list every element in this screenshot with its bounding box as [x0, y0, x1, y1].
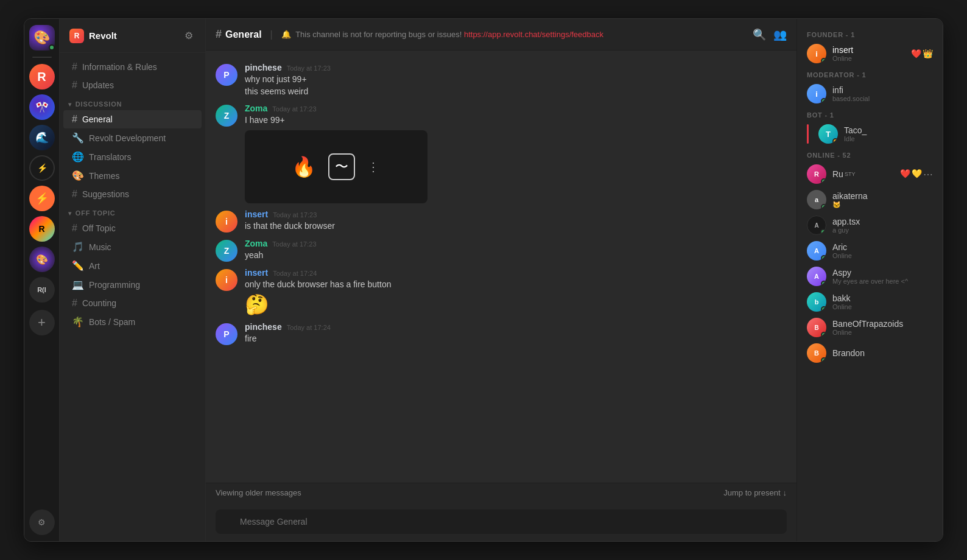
member-insert[interactable]: i insert Online ❤️ 👑	[802, 41, 938, 66]
member-taco[interactable]: T Taco_ Idle	[802, 121, 938, 147]
member-apptsx[interactable]: A app.tsx a guy	[802, 212, 938, 238]
sidebar-header: R Revolt ⚙	[60, 19, 205, 53]
message-content: pinchese Today at 17:23 why not just 99+…	[245, 63, 787, 97]
add-server-button[interactable]: +	[29, 310, 55, 335]
channel-label: Music	[89, 242, 111, 252]
art-icon: ✏️	[72, 260, 84, 271]
member-info: RuSTY	[832, 169, 894, 179]
message-embed: 🔥 〜 ⋮	[245, 130, 427, 203]
input-wrapper: +	[216, 509, 787, 534]
arrow-down-icon: ↓	[783, 488, 787, 497]
more-options-icon[interactable]: ⋮	[367, 159, 381, 174]
heart-yellow-badge: 💛	[912, 169, 922, 180]
channel-off-topic[interactable]: # Off Topic	[63, 219, 202, 237]
crown-badge: 👑	[923, 49, 933, 58]
channel-general[interactable]: # General	[63, 110, 202, 128]
message-author: Zoma	[245, 103, 267, 113]
message-header: pinchese Today at 17:24	[245, 322, 787, 332]
avatar: P	[216, 323, 237, 345]
channel-revolt-development[interactable]: 🔧 Revolt Development	[63, 128, 202, 147]
search-icon[interactable]: 🔍	[753, 28, 766, 41]
member-aspy[interactable]: A Aspy My eyes are over here <^	[802, 264, 938, 289]
message-text: fire	[245, 333, 787, 345]
server-2[interactable]: 🌊	[29, 125, 55, 150]
member-section-moderator: Moderator - 1	[802, 66, 938, 81]
member-baneoftrapazoids[interactable]: B BaneOfTrapazoids Online	[802, 315, 938, 340]
channel-updates[interactable]: # Updates	[63, 76, 202, 94]
jump-to-present-button[interactable]: Jump to present ↓	[723, 488, 787, 497]
server-3[interactable]: ⚡	[29, 155, 55, 181]
heart-badge: ❤️	[900, 169, 910, 180]
member-info: Aspy My eyes are over here <^	[832, 268, 933, 285]
category-off-topic[interactable]: ▾ OFF TOPIC	[60, 203, 205, 219]
message-time: Today at 17:23	[272, 240, 316, 248]
notice-link[interactable]: https://app.revolt.chat/settings/feedbac…	[464, 30, 603, 39]
category-label: DISCUSSION	[76, 100, 122, 108]
message-time: Today at 17:23	[287, 65, 331, 72]
avatar: i	[807, 44, 826, 63]
channel-label: Revolt Development	[89, 133, 166, 143]
user-avatar[interactable]: 🎨	[29, 25, 55, 51]
channel-translators[interactable]: 🌐 Translators	[63, 147, 202, 166]
bot-indicator	[807, 124, 809, 144]
chat-header-actions: 🔍 👥	[753, 28, 787, 41]
member-aikaterna[interactable]: a aikaterna 🐱	[802, 187, 938, 212]
member-subtext: Online	[832, 303, 933, 310]
message-content: Zoma Today at 17:23 yeah	[245, 239, 787, 262]
members-icon[interactable]: 👥	[773, 28, 787, 41]
hash-icon: #	[72, 61, 77, 72]
chat-channel-name: # General	[216, 28, 262, 41]
message-author: pinchese	[245, 322, 282, 332]
member-aric[interactable]: A Aric Online	[802, 238, 938, 264]
avatar: B	[807, 318, 826, 337]
channel-bots-spam[interactable]: 🌴 Bots / Spam	[63, 312, 202, 331]
channel-themes[interactable]: 🎨 Themes	[63, 166, 202, 185]
member-subtext: Online	[832, 252, 933, 259]
channel-suggestions[interactable]: # Suggestions	[63, 185, 202, 203]
message-header: insert Today at 17:23	[245, 209, 787, 219]
avatar: A	[807, 215, 826, 235]
message-content: pinchese Today at 17:24 fire	[245, 322, 787, 345]
member-infi[interactable]: i infi based.social	[802, 81, 938, 107]
message-input[interactable]	[216, 509, 787, 534]
channel-programming[interactable]: 💻 Programming	[63, 275, 202, 294]
member-name: aikaterna	[832, 191, 933, 201]
channel-label: Art	[89, 261, 100, 271]
server-6[interactable]: 🎨	[29, 247, 55, 272]
server-revolt[interactable]: R	[29, 64, 55, 89]
member-subtext: a guy	[832, 226, 933, 234]
member-brandon[interactable]: B Brandon	[802, 340, 938, 366]
wrench-icon: 🔧	[72, 132, 84, 144]
member-subtext: Online	[832, 55, 905, 62]
member-info: infi based.social	[832, 85, 933, 102]
member-section-founder: Founder - 1	[802, 26, 938, 41]
member-section-bot: Bot - 1	[802, 107, 938, 121]
chevron-down-icon: ▾	[68, 101, 72, 108]
chat-header: # General | 🔔 This channel is not for re…	[206, 19, 796, 51]
avatar: Z	[216, 105, 237, 127]
channel-counting[interactable]: # Counting	[63, 294, 202, 312]
avatar: i	[216, 269, 237, 291]
member-badges: ❤️ 💛 ⋯	[900, 169, 933, 180]
message-author: insert	[245, 209, 268, 219]
server-7[interactable]: R(I	[29, 277, 55, 303]
member-bakk[interactable]: b bakk Online	[802, 289, 938, 315]
palm-tree-icon: 🌴	[72, 316, 84, 327]
channel-information-rules[interactable]: # Information & Rules	[63, 58, 202, 76]
member-rusty[interactable]: R RuSTY ❤️ 💛 ⋯	[802, 161, 938, 187]
viewing-older-bar: Viewing older messages Jump to present ↓	[206, 483, 796, 502]
server-settings-button[interactable]: ⚙	[182, 27, 195, 44]
member-subtext: My eyes are over here <^	[832, 278, 933, 285]
server-1[interactable]: 🎌	[29, 94, 55, 120]
settings-button[interactable]: ⚙	[29, 509, 55, 535]
header-divider: |	[270, 29, 273, 40]
more-options[interactable]: ⋯	[923, 169, 933, 180]
message-group: i insert Today at 17:23 is that the duck…	[216, 207, 787, 235]
message-header: pinchese Today at 17:23	[245, 63, 787, 72]
channel-art[interactable]: ✏️ Art	[63, 256, 202, 275]
server-5[interactable]: R	[29, 216, 55, 242]
category-discussion[interactable]: ▾ DISCUSSION	[60, 94, 205, 110]
channel-music[interactable]: 🎵 Music	[63, 237, 202, 256]
avatar: T	[818, 124, 838, 144]
server-4[interactable]: ⚡	[29, 186, 55, 211]
